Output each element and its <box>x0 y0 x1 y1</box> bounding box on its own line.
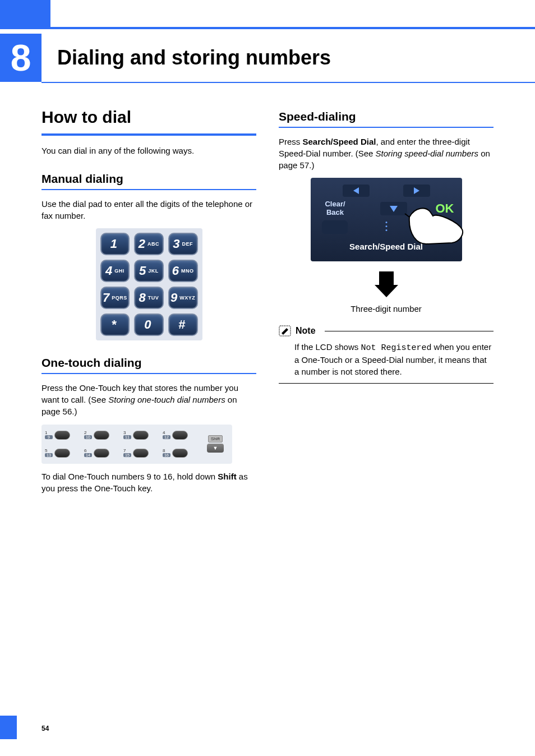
one-touch-alt-number: 12 <box>163 435 170 439</box>
chapter-number: 8 <box>0 34 41 82</box>
one-touch-label: 513 <box>45 449 53 457</box>
one-touch-alt-number: 11 <box>123 435 131 439</box>
dialpad-key: 9WXYZ <box>168 287 198 309</box>
how-to-dial-heading: How to dial <box>41 108 256 127</box>
one-touch-button <box>54 431 70 440</box>
key-digit: 9 <box>170 291 177 305</box>
one-touch-number: 6 <box>84 449 92 453</box>
key-digit: 0 <box>144 317 151 332</box>
dialpad-key: 7PQRS <box>100 287 130 309</box>
one-touch-label: 311 <box>123 431 131 439</box>
speed-dial-panel-figure: Clear/ Back OK Search/Speed Dial <box>311 178 462 261</box>
triangle-right-icon <box>414 187 419 194</box>
dialpad-key: 1 <box>100 233 130 255</box>
note-end-rule <box>279 383 494 384</box>
note-body: If the LCD shows Not Registered when you… <box>279 338 494 384</box>
side-tab <box>0 716 17 739</box>
key-digit: 5 <box>139 264 146 278</box>
chapter-title: Dialing and storing numbers <box>41 34 331 82</box>
key-letters: JKL <box>148 268 159 274</box>
one-touch-number: 5 <box>45 449 53 453</box>
dialpad-key: 4GHI <box>100 260 130 282</box>
pointing-hand-icon <box>404 201 465 246</box>
section-rule <box>41 133 256 136</box>
note-pencil-icon <box>279 325 291 336</box>
one-touch-button <box>133 431 149 440</box>
three-digit-caption: Three-digit number <box>279 303 494 315</box>
text: Press <box>279 137 303 146</box>
one-touch-cell: 19 <box>45 427 82 444</box>
one-touch-cell: 311 <box>123 427 160 444</box>
one-touch-label: 614 <box>84 449 92 457</box>
one-touch-label: 715 <box>123 449 131 457</box>
one-touch-number: 7 <box>123 449 131 453</box>
link-text: Storing speed-dial numbers <box>376 149 478 158</box>
one-touch-number: 1 <box>45 431 53 435</box>
top-rule <box>0 27 535 29</box>
key-letters: PQRS <box>112 295 127 301</box>
chapter-header: 8 Dialing and storing numbers <box>0 34 535 82</box>
one-touch-alt-number: 15 <box>123 453 131 457</box>
one-touch-cell: 513 <box>45 445 82 462</box>
sub-rule <box>41 189 256 190</box>
one-touch-cell: 715 <box>123 445 160 462</box>
dots-icon <box>385 222 387 231</box>
triangle-down-icon <box>390 206 398 212</box>
how-to-dial-intro: You can dial in any of the following way… <box>41 145 256 156</box>
sub-rule <box>41 373 256 374</box>
top-blue-block <box>0 0 50 27</box>
one-touch-number: 3 <box>123 431 131 435</box>
key-digit: # <box>178 317 185 332</box>
manual-dialing-body: Use the dial pad to enter all the digits… <box>41 198 256 222</box>
one-touch-label: 412 <box>163 431 170 439</box>
one-touch-button <box>94 449 109 458</box>
key-digit: 1 <box>110 237 117 251</box>
dialpad-key: 3DEF <box>168 233 198 255</box>
content: How to dial You can dial in any of the f… <box>0 83 535 501</box>
nav-right-button <box>403 185 430 197</box>
link-text: Storing one-touch dial numbers <box>108 395 225 404</box>
right-column: Speed-dialing Press Search/Speed Dial, a… <box>279 108 494 501</box>
mono-text: Not Registered <box>361 343 431 353</box>
speed-dialing-heading: Speed-dialing <box>279 110 494 123</box>
one-touch-alt-number: 9 <box>45 435 53 439</box>
dialpad-key: 5JKL <box>134 260 164 282</box>
shift-button: ▼ <box>207 444 224 453</box>
key-digit: 7 <box>103 291 109 305</box>
key-letters: WXYZ <box>179 295 195 301</box>
down-arrow-icon <box>375 271 398 297</box>
note-rule <box>325 331 494 331</box>
key-digit: 4 <box>105 264 112 278</box>
one-touch-button <box>172 449 188 458</box>
key-letters: DEF <box>182 241 193 247</box>
key-digit: 2 <box>139 237 145 251</box>
key-letters: TUV <box>148 295 159 301</box>
dialpad-key: # <box>168 314 198 336</box>
page-number: 54 <box>41 725 49 732</box>
dial-pad-figure: 12ABC3DEF4GHI5JKL6MNO7PQRS8TUV9WXYZ*0# <box>96 228 202 340</box>
one-touch-panel-figure: 19210311412513614715816Shift▼ <box>41 425 232 464</box>
text: To dial One-Touch numbers 9 to 16, hold … <box>41 472 218 481</box>
one-touch-button <box>172 431 188 440</box>
one-touch-number: 8 <box>163 449 170 453</box>
one-touch-cell: 816 <box>163 445 200 462</box>
one-touch-cell: 412 <box>163 427 200 444</box>
dialpad-key: 2ABC <box>134 233 164 255</box>
one-touch-alt-number: 10 <box>84 435 92 439</box>
blank-button <box>322 220 348 234</box>
one-touch-button <box>133 449 149 458</box>
note-header: Note <box>279 325 494 336</box>
key-letters: ABC <box>147 241 159 247</box>
key-letters: MNO <box>181 268 194 274</box>
key-digit: 8 <box>139 291 146 305</box>
key-letters: GHI <box>114 268 124 274</box>
one-touch-label: 816 <box>163 449 170 457</box>
one-touch-body: Press the One-Touch key that stores the … <box>41 382 256 418</box>
one-touch-cell: 210 <box>84 427 121 444</box>
top-bar <box>0 0 535 27</box>
text: If the LCD shows <box>294 342 361 352</box>
one-touch-label: 210 <box>84 431 92 439</box>
left-column: How to dial You can dial in any of the f… <box>41 108 256 501</box>
one-touch-alt-number: 14 <box>84 453 92 457</box>
shift-label: Shift <box>208 435 223 442</box>
